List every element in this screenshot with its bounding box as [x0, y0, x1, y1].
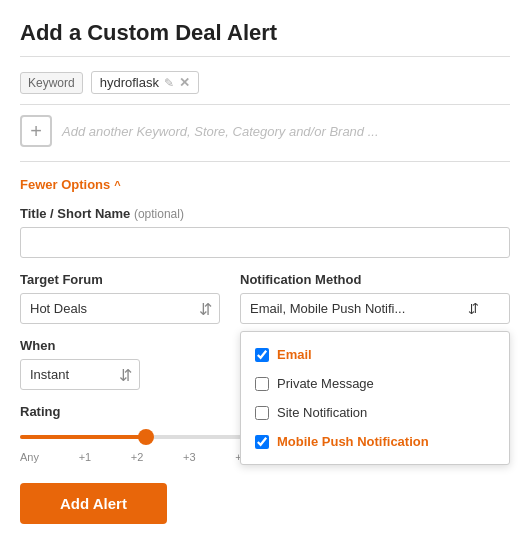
rating-label-2: +2: [131, 451, 144, 463]
dropdown-item-email[interactable]: Email: [241, 340, 509, 369]
add-alert-button[interactable]: Add Alert: [20, 483, 167, 524]
title-input[interactable]: [20, 227, 510, 258]
notification-method-select-wrapper: Email, Mobile Push Notifi... ⇵ Email Pri…: [240, 293, 510, 324]
rating-label-any: Any: [20, 451, 39, 463]
dropdown-item-private-message[interactable]: Private Message: [241, 369, 509, 398]
dropdown-item-mobile-push[interactable]: Mobile Push Notification: [241, 427, 509, 456]
rating-fill: [20, 435, 146, 439]
keyword-tag: hydroflask ✎ ✕: [91, 71, 199, 94]
keyword-row: Keyword hydroflask ✎ ✕: [20, 71, 510, 105]
rating-label-3: +3: [183, 451, 196, 463]
dropdown-item-site-notification[interactable]: Site Notification: [241, 398, 509, 427]
add-filter-row: + Add another Keyword, Store, Category a…: [20, 115, 510, 162]
notification-method-section: Notification Method Email, Mobile Push N…: [240, 272, 510, 324]
keyword-label: Keyword: [20, 72, 83, 94]
private-message-checkbox[interactable]: [255, 377, 269, 391]
edit-keyword-icon[interactable]: ✎: [164, 76, 174, 90]
rating-label-1: +1: [79, 451, 92, 463]
email-checkbox[interactable]: [255, 348, 269, 362]
mobile-push-label: Mobile Push Notification: [277, 434, 429, 449]
notification-method-display[interactable]: Email, Mobile Push Notifi... ⇵: [240, 293, 510, 324]
mobile-push-checkbox[interactable]: [255, 435, 269, 449]
two-col-section: Target Forum Hot Deals All Deals Freebie…: [20, 272, 510, 324]
rating-thumb[interactable]: [138, 429, 154, 445]
title-field-optional: (optional): [134, 207, 184, 221]
target-forum-section: Target Forum Hot Deals All Deals Freebie…: [20, 272, 220, 324]
chevron-up-icon: ^: [114, 179, 120, 191]
when-select-wrapper: Instant Daily Digest Weekly Digest ⇵: [20, 359, 140, 390]
site-notification-label: Site Notification: [277, 405, 367, 420]
keyword-tag-value: hydroflask: [100, 75, 159, 90]
add-filter-placeholder: Add another Keyword, Store, Category and…: [62, 124, 379, 139]
target-forum-select[interactable]: Hot Deals All Deals Freebies Coupons: [20, 293, 220, 324]
private-message-label: Private Message: [277, 376, 374, 391]
notification-method-arrow-icon: ⇵: [468, 301, 479, 316]
fewer-options-label: Fewer Options: [20, 177, 110, 192]
page-title: Add a Custom Deal Alert: [20, 20, 510, 57]
remove-keyword-icon[interactable]: ✕: [179, 75, 190, 90]
target-forum-label: Target Forum: [20, 272, 220, 287]
title-field-container: Title / Short Name (optional): [20, 206, 510, 272]
title-field-label: Title / Short Name (optional): [20, 206, 510, 221]
notification-method-label: Notification Method: [240, 272, 510, 287]
target-forum-select-wrapper: Hot Deals All Deals Freebies Coupons ⇵: [20, 293, 220, 324]
add-filter-button[interactable]: +: [20, 115, 52, 147]
email-label: Email: [277, 347, 312, 362]
site-notification-checkbox[interactable]: [255, 406, 269, 420]
notification-dropdown: Email Private Message Site Notification …: [240, 331, 510, 465]
fewer-options-toggle[interactable]: Fewer Options ^: [20, 177, 121, 192]
when-select[interactable]: Instant Daily Digest Weekly Digest: [20, 359, 140, 390]
